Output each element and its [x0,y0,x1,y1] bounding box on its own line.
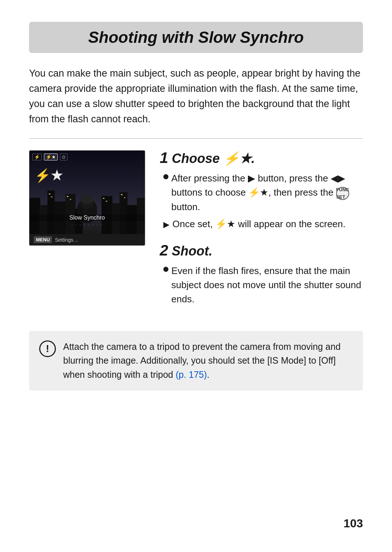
bullet-arrow-1: ▶ [163,218,170,230]
svg-rect-12 [51,196,53,197]
step-1-bullet-1-text: After pressing the ▶ button, press the ◀… [171,171,363,214]
intro-text: You can make the main subject, such as p… [29,66,363,127]
camera-screen: ⚡ ⚡★ ⊙ ⚡★ Slow Synchro · · · · · · · · [29,151,145,234]
svg-rect-16 [106,201,107,202]
page-title: Shooting with Slow Synchro [42,28,350,46]
step-1-bullet-2-text: Once set, ⚡★ will appear on the screen. [172,217,346,231]
note-link[interactable]: (p. 175) [176,369,207,380]
step-2-bullets: Even if the flash fires, ensure that the… [160,264,363,306]
menu-button: MENU [34,236,52,243]
step-1-header: 1 Choose ⚡★. [160,150,363,166]
steps-section: 1 Choose ⚡★. After pressing the ▶ button… [160,150,363,318]
step-2-header: 2 Shoot. [160,243,363,259]
bullet-circle-2 [163,267,168,272]
dots-indicator: · · · · · · · · [29,223,145,227]
step-2-title: Shoot. [172,244,212,259]
camera-image: ⚡ ⚡★ ⊙ ⚡★ Slow Synchro · · · · · · · · M… [29,150,145,246]
slow-synchro-label: Slow Synchro [29,214,145,221]
cam-icon-selected: ⚡★ [44,154,58,160]
bullet-circle-1 [163,174,168,179]
step-1-bullet-2: ▶ Once set, ⚡★ will appear on the screen… [163,217,363,231]
step-2-number: 2 [160,243,168,258]
svg-rect-15 [103,198,105,199]
section-divider [29,138,363,139]
func-set-button: FUNCSET [336,187,349,200]
page-number: 103 [344,517,363,530]
svg-rect-13 [67,196,68,197]
step-2-bullet-1: Even if the flash fires, ensure that the… [163,264,363,306]
cam-icon-flash: ⚡ [32,154,42,160]
step-1-bullets: After pressing the ▶ button, press the ◀… [160,171,363,231]
note-text: Attach the camera to a tripod to prevent… [63,340,353,382]
svg-rect-8 [119,192,127,234]
step-1: 1 Choose ⚡★. After pressing the ▶ button… [160,150,363,231]
note-box: ! Attach the camera to a tripod to preve… [29,331,363,391]
step-2: 2 Shoot. Even if the flash fires, ensure… [160,243,363,306]
note-icon: ! [39,340,56,357]
cam-top-bar: ⚡ ⚡★ ⊙ [32,154,142,160]
svg-point-21 [81,195,94,204]
note-end: . [207,369,209,380]
menu-settings-text: Settings… [55,237,78,243]
svg-rect-17 [121,194,122,195]
step-2-bullet-1-text: Even if the flash fires, ensure that the… [171,264,363,306]
step-1-number: 1 [160,150,168,165]
page-title-box: Shooting with Slow Synchro [29,22,363,53]
svg-rect-11 [49,193,50,195]
svg-rect-18 [124,197,125,198]
svg-rect-4 [65,194,75,234]
step-1-title: Choose ⚡★. [172,151,255,166]
step-1-bullet-1: After pressing the ▶ button, press the ◀… [163,171,363,214]
svg-rect-14 [70,199,71,200]
cam-icon-circle: ⊙ [60,154,68,160]
main-content: ⚡ ⚡★ ⊙ ⚡★ Slow Synchro · · · · · · · · M… [29,150,363,318]
cam-flash-large: ⚡★ [34,168,62,183]
menu-bar: MENU Settings… [29,234,145,245]
